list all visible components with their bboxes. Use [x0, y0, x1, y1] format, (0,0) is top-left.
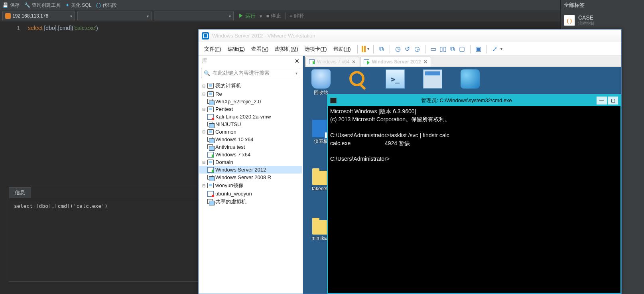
vm-tabs: Windows 7 x64✕ Windows Server 2012✕	[305, 56, 621, 67]
sql-connection-bar: 192.168.113.176▾ ▾ ▾ ▶ 运行 ▾ ■ 停止 ≡ 解释	[0, 10, 644, 22]
gears-icon	[461, 69, 480, 89]
explain-icon: ≡	[290, 13, 293, 19]
tree-pentest[interactable]: ⊟Pentest	[199, 105, 302, 113]
menu-view[interactable]: 查看(V)	[249, 44, 271, 54]
tree-common[interactable]: ⊟Common	[199, 128, 302, 136]
connection-combo[interactable]: 192.168.113.176▾	[2, 12, 75, 20]
send-ctrl-alt-del-icon[interactable]: ⧉	[378, 45, 386, 53]
tab-win7[interactable]: Windows 7 x64✕	[305, 57, 359, 67]
cmd-icon	[330, 98, 337, 103]
snapshot-manager-icon[interactable]: ◶	[413, 45, 421, 53]
braces-icon: ( )	[96, 2, 100, 8]
search-placeholder: 在此处键入内容进行搜索	[213, 69, 270, 77]
line-gutter: 1	[0, 22, 24, 185]
tree-ubuntu-wooyun[interactable]: ubuntu_wooyun	[199, 190, 302, 197]
library-tree: ⊟我的计算机 ⊟Re WinXp_52Pojie_2.0 ⊟Pentest Ka…	[199, 80, 303, 294]
pause-icon[interactable]	[362, 46, 366, 52]
tree-shared[interactable]: 共享的虚拟机	[199, 197, 302, 206]
tree-winxp[interactable]: WinXp_52Pojie_2.0	[199, 98, 302, 105]
vm-viewport: Windows 7 x64✕ Windows Server 2012✕ 回收站 …	[303, 56, 621, 294]
cmd-output[interactable]: Microsoft Windows [版本 6.3.9600] (c) 2013…	[328, 106, 620, 165]
maximize-button[interactable]: ▢	[608, 97, 618, 105]
close-icon[interactable]: ✕	[352, 59, 356, 65]
tree-ws2012[interactable]: Windows Server 2012	[199, 166, 302, 174]
tags-header: 全部标签	[561, 0, 644, 10]
cmd-title-text: 管理员: C:\Windows\system32\cmd.exe	[337, 97, 597, 104]
desktop-server-manager[interactable]	[419, 69, 447, 89]
vmware-title-text: Windows Server 2012 - VMware Workstation	[212, 33, 315, 39]
snippet-button[interactable]: ( )代码段	[96, 2, 116, 9]
beautify-button[interactable]: ✦美化 SQL	[65, 2, 91, 9]
tree-re[interactable]: ⊟Re	[199, 90, 302, 98]
view-split-icon[interactable]: ▯▯	[439, 45, 447, 53]
powershell-icon: >_	[386, 69, 405, 89]
view-single-icon[interactable]: ▭	[429, 45, 437, 53]
run-button[interactable]: ▶ 运行	[238, 12, 256, 20]
save-icon: 💾	[2, 2, 8, 8]
sparkle-icon: ✦	[65, 2, 69, 8]
vmware-menubar: 文件(F) 编辑(E) 查看(V) 虚拟机(M) 选项卡(T) 帮助(H) ▾ …	[199, 42, 621, 56]
menu-help[interactable]: 帮助(H)	[331, 44, 353, 54]
sql-toolbar: 💾保存 🔧查询创建工具 ✦美化 SQL ( )代码段	[0, 0, 644, 10]
tree-my-computer[interactable]: ⊟我的计算机	[199, 81, 302, 90]
menu-vm[interactable]: 虚拟机(M)	[272, 44, 301, 54]
tab-ws2012[interactable]: Windows Server 2012✕	[360, 57, 431, 67]
search-icon: 🔍	[204, 70, 210, 76]
desktop-powershell[interactable]: >_	[381, 69, 409, 89]
tree-win7[interactable]: Windows 7 x64	[199, 151, 302, 158]
tree-ninjutsu[interactable]: NINJUTSU	[199, 120, 302, 128]
tree-ws2008[interactable]: Windows Server 2008 R	[199, 174, 302, 181]
vmware-titlebar[interactable]: Windows Server 2012 - VMware Workstation	[199, 30, 621, 42]
recycle-icon	[311, 69, 331, 89]
view-console-icon[interactable]: ▢	[458, 45, 466, 53]
schema-combo[interactable]: ▾	[154, 12, 234, 20]
server-manager-icon	[423, 69, 442, 89]
chevron-down-icon: ▾	[147, 14, 149, 18]
library-panel: 库✕ 🔍 在此处键入内容进行搜索 ▾ ⊟我的计算机 ⊟Re WinXp_52Po…	[199, 56, 303, 294]
menu-file[interactable]: 文件(F)	[202, 44, 224, 54]
desktop-recycle-bin[interactable]: 回收站	[307, 69, 335, 96]
save-button[interactable]: 💾保存	[2, 2, 20, 9]
menu-tabs[interactable]: 选项卡(T)	[302, 44, 329, 54]
library-search[interactable]: 🔍 在此处键入内容进行搜索 ▾	[201, 68, 300, 78]
chevron-down-icon: ▾	[70, 14, 72, 18]
vmware-icon	[202, 32, 209, 39]
tree-antivirus[interactable]: Antivirus test	[199, 143, 302, 151]
chevron-down-icon: ▾	[229, 14, 231, 18]
menu-edit[interactable]: 编辑(E)	[225, 44, 247, 54]
vm-desktop[interactable]: 回收站 >_ 仪表板 fakenet1 mimikatz 管理员: C:\Win…	[303, 67, 621, 294]
desktop-tools[interactable]	[456, 69, 484, 89]
wrench-icon: 🔧	[24, 2, 30, 8]
vmware-window[interactable]: Windows Server 2012 - VMware Workstation…	[198, 29, 622, 294]
desktop-search[interactable]	[343, 69, 371, 88]
query-builder-button[interactable]: 🔧查询创建工具	[24, 2, 61, 9]
tree-win10[interactable]: Windows 10 x64	[199, 136, 302, 143]
explain-button[interactable]: ≡ 解释	[290, 12, 304, 20]
stop-button[interactable]: ■ 停止	[266, 12, 281, 20]
minimize-button[interactable]: —	[597, 97, 607, 105]
search-icon	[349, 71, 364, 86]
tree-kali[interactable]: Kali-Linux-2020.2a-vmw	[199, 113, 302, 120]
case-icon: ( )	[564, 15, 575, 26]
tree-wooyun[interactable]: ⊟wooyun镜像	[199, 181, 302, 190]
revert-icon[interactable]: ↺	[404, 45, 412, 53]
server-icon	[5, 13, 11, 19]
library-title: 库	[202, 57, 207, 65]
cmd-window[interactable]: 管理员: C:\Windows\system32\cmd.exe — ▢ Mic…	[327, 94, 621, 294]
database-combo[interactable]: ▾	[77, 12, 152, 20]
cmd-titlebar[interactable]: 管理员: C:\Windows\system32\cmd.exe — ▢	[328, 95, 620, 106]
chevron-down-icon: ▾	[295, 71, 297, 75]
tree-domain[interactable]: ⊟Domain	[199, 158, 302, 166]
close-icon[interactable]: ✕	[423, 59, 427, 65]
console-icon[interactable]: ▣	[475, 45, 483, 53]
code-content: select [dbo].[cmd]('calc.exe')	[24, 22, 98, 185]
snapshot-icon[interactable]: ◷	[394, 45, 402, 53]
close-icon[interactable]: ✕	[295, 58, 299, 64]
view-unity-icon[interactable]: ⧉	[449, 45, 457, 53]
snippet-case[interactable]: ( ) CASE流程控制	[561, 10, 644, 30]
info-tab[interactable]: 信息	[9, 187, 31, 198]
fullscreen-icon[interactable]: ⤢	[491, 45, 499, 53]
